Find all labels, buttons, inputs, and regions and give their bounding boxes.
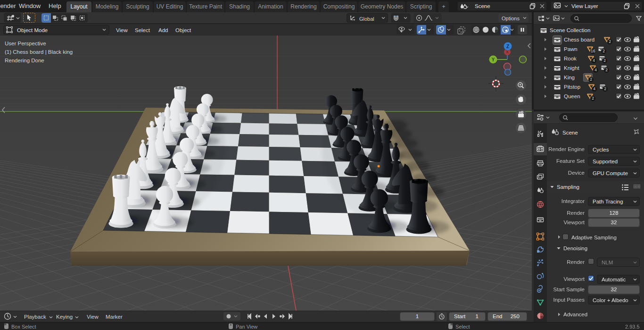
svg-text:Y: Y (492, 57, 495, 62)
svg-text:Z: Z (506, 44, 509, 49)
svg-text:X: X (506, 50, 509, 54)
